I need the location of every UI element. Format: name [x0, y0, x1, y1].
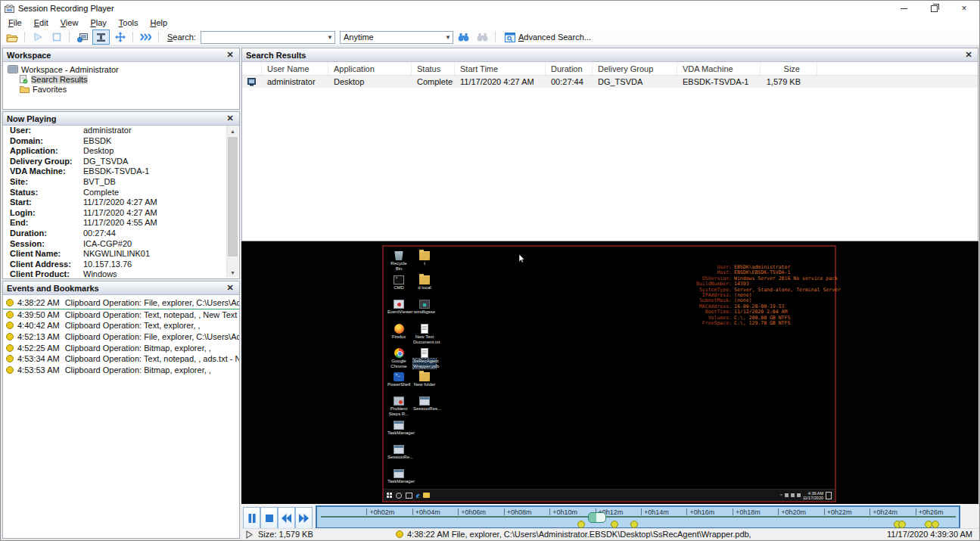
close-events-panel-button[interactable]: ✕	[225, 283, 235, 293]
column-header-Size[interactable]: Size	[761, 62, 817, 75]
event-list-item[interactable]: 4:53:34 AMClipboard Operation: Text, not…	[3, 353, 239, 365]
event-list-item[interactable]: 4:53:53 AMClipboard Operation: Bitmap, e…	[3, 365, 239, 376]
fast-forward-button[interactable]	[295, 507, 313, 529]
property-label: Site:	[10, 177, 83, 188]
pause-button[interactable]	[243, 507, 260, 529]
stop-playback-button[interactable]	[260, 507, 278, 529]
tree-item-favorites[interactable]: Favorites	[3, 84, 239, 94]
event-time: 4:53:53 AM	[17, 365, 60, 375]
bginfo-label: FreeSpace:	[676, 321, 732, 326]
tree-item-search-results[interactable]: Search Results	[3, 74, 239, 84]
session-property-row: Session:ICA-CGP#20	[4, 239, 227, 250]
find-previous-button[interactable]	[474, 30, 491, 45]
advanced-search-button[interactable]: Advanced Search...	[499, 31, 596, 44]
restore-button[interactable]	[919, 1, 949, 16]
event-list-item[interactable]: 4:39:50 AMClipboard Operation: Text, not…	[3, 309, 239, 321]
workspace-panel: Workspace ✕ Workspace - Administrator	[2, 48, 240, 110]
scroll-down-icon[interactable]: ▼	[227, 267, 238, 278]
play-button-toolbar[interactable]	[29, 30, 46, 45]
player-view-button[interactable]	[73, 30, 91, 45]
property-label: Domain:	[10, 136, 83, 147]
timeline-event-marker[interactable]	[898, 521, 906, 528]
column-header-VDA Machine[interactable]: VDA Machine	[677, 62, 761, 75]
timeline-event-marker[interactable]	[611, 521, 618, 528]
menu-tools[interactable]: Tools	[113, 17, 145, 29]
timeline-event-marker[interactable]	[630, 521, 638, 528]
open-file-button[interactable]	[3, 30, 20, 45]
menu-play[interactable]: Play	[84, 17, 112, 29]
filmstrip-view-button[interactable]	[92, 30, 110, 45]
session-property-row: Duration:00:27:44	[4, 229, 227, 239]
column-header-Delivery Group[interactable]: Delivery Group	[593, 62, 677, 75]
event-description: Clipboard Operation: Text, notepad, , Ne…	[65, 310, 239, 319]
timeline-event-marker[interactable]	[577, 521, 585, 528]
pan-button[interactable]	[111, 30, 129, 45]
property-value: administrator	[83, 126, 132, 136]
rewind-icon	[281, 513, 292, 524]
close-button[interactable]: ×	[949, 1, 979, 16]
rewind-button[interactable]	[278, 507, 295, 529]
tray-icon	[791, 493, 795, 497]
status-bar: Size: 1,579 KB 4:38:22 AM File, explorer…	[241, 528, 978, 539]
recorded-desktop-icon: TaskManager	[387, 421, 410, 436]
cmd-icon	[394, 275, 404, 284]
session-property-row: Login:11/17/2020 4:27 AM	[4, 208, 227, 219]
property-value: 10.157.13.76	[83, 260, 132, 270]
tree-item-workspace-root[interactable]: Workspace - Administrator	[3, 64, 239, 74]
app-window-icon	[394, 469, 404, 478]
scrollbar-thumb[interactable]	[228, 137, 238, 257]
close-now-playing-panel-button[interactable]: ✕	[225, 113, 235, 123]
property-value: EBSDK-TSVDA-1	[83, 166, 149, 177]
pause-icon	[247, 513, 257, 524]
recorded-icon-label: SsRecAgent Wrapper.pdb	[413, 359, 436, 368]
menu-help[interactable]: Help	[144, 17, 173, 29]
search-results-header: Search Results ✕	[242, 48, 978, 62]
session-property-row: Application:Desktop	[4, 146, 227, 157]
more-tools-button[interactable]	[137, 30, 154, 45]
column-header-Application[interactable]: Application	[328, 62, 412, 75]
event-description: Clipboard Operation: File, explorer, C:\…	[65, 332, 239, 341]
find-next-button[interactable]	[455, 30, 472, 45]
property-value: 11/17/2020 4:27 AM	[83, 208, 157, 219]
playback-surface[interactable]: Recycle BinCMDEventViewerFirefoxGoogle C…	[241, 241, 978, 504]
now-playing-scrollbar[interactable]: ▲ ▼	[226, 126, 238, 278]
column-header-Start Time[interactable]: Start Time	[455, 62, 546, 75]
column-header-icon[interactable]	[242, 62, 262, 75]
search-input[interactable]: ▼	[201, 31, 335, 44]
column-header-User Name[interactable]: User Name	[262, 62, 328, 75]
monitor-speaker-icon	[77, 33, 88, 42]
menu-file[interactable]: File	[2, 17, 28, 29]
property-value: EBSDK	[83, 136, 111, 147]
playhead-handle[interactable]	[588, 512, 606, 523]
stop-button-toolbar[interactable]	[48, 30, 65, 45]
menu-edit[interactable]: Edit	[28, 17, 54, 29]
minimize-button[interactable]	[888, 1, 919, 16]
event-list-item[interactable]: 4:40:42 AMClipboard Operation: Text, exp…	[3, 320, 239, 331]
timeline-event-marker[interactable]	[932, 521, 939, 528]
event-list-item[interactable]: 4:38:22 AMClipboard Operation: File, exp…	[3, 297, 239, 309]
event-list-item[interactable]: 4:52:13 AMClipboard Operation: File, exp…	[3, 331, 239, 343]
bginfo-line: SystemType:Server, Stand-alone, Terminal…	[676, 288, 827, 293]
property-value: BVT_DB	[83, 177, 116, 188]
recording-icon	[242, 78, 262, 86]
scroll-up-icon[interactable]: ▲	[227, 126, 238, 136]
event-description: Clipboard Operation: Text, notepad, , ad…	[65, 354, 239, 363]
recorded-desktop-icon: SessionRes...	[413, 396, 436, 412]
close-search-results-button[interactable]: ✕	[963, 50, 974, 60]
event-marker-icon	[6, 322, 14, 329]
folder-icon	[20, 86, 30, 93]
time-filter-select[interactable]: Anytime ▼	[340, 31, 453, 44]
recorded-desktop-icon: CMD	[387, 275, 410, 291]
timeline-tick: +0h04m	[412, 508, 440, 515]
column-header-Duration[interactable]: Duration	[546, 62, 593, 75]
time-filter-value: Anytime	[344, 33, 374, 42]
play-icon	[33, 33, 42, 42]
column-header-Status[interactable]: Status	[412, 62, 455, 75]
timeline-track[interactable]: +0h02m+0h04m+0h06m+0h08m+0h10m+0h12m+0h1…	[316, 505, 960, 529]
recorded-icon-label: Recycle Bin	[387, 261, 410, 271]
result-row[interactable]: administratorDesktopComplete11/17/2020 4…	[242, 76, 978, 88]
event-list-item[interactable]: 4:52:25 AMClipboard Operation: Bitmap, e…	[3, 342, 239, 353]
menu-view[interactable]: View	[54, 17, 85, 29]
bginfo-line: FreeSpace:C:\, 129.70 GB NTFS	[676, 321, 827, 326]
close-workspace-panel-button[interactable]: ✕	[225, 50, 235, 60]
